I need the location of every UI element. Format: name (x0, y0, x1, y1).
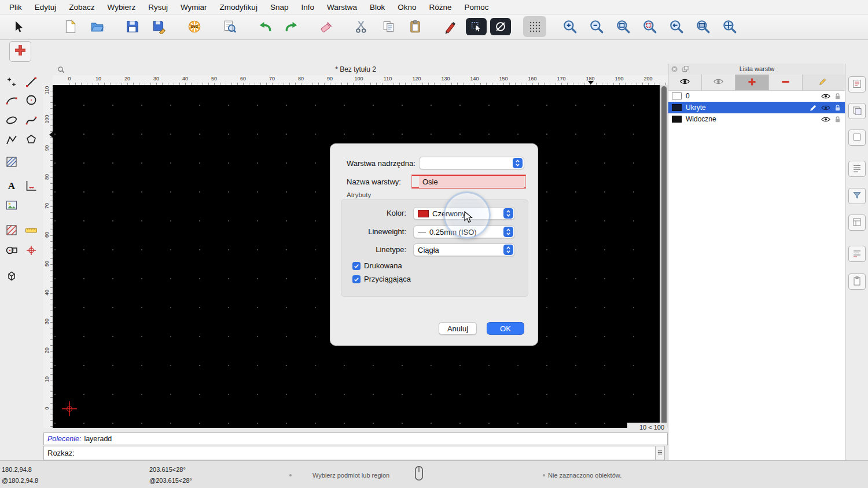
show-all-layers-button[interactable] (668, 75, 702, 90)
auto-zoom-button[interactable] (612, 16, 635, 37)
menu-item[interactable]: Pomoc (465, 3, 489, 12)
menu-item[interactable]: Zmodyfikuj (220, 3, 258, 12)
circle-tool-button[interactable] (23, 93, 39, 109)
menu-item[interactable]: Okno (398, 3, 416, 12)
paste-button[interactable] (404, 16, 427, 37)
fill-tool-button[interactable] (3, 223, 20, 239)
menu-item[interactable]: Rysuj (148, 3, 168, 12)
snap-checkbox[interactable] (352, 275, 361, 283)
grid-icon (528, 20, 542, 34)
menu-item[interactable]: Info (301, 3, 314, 12)
snap-checkbox-label[interactable]: Przyciągająca (364, 275, 411, 284)
selection-mode-button[interactable] (466, 18, 487, 35)
print-checkbox[interactable] (352, 262, 361, 270)
save-as-icon (152, 19, 167, 34)
spline-tool-button[interactable] (23, 113, 39, 129)
layer-lock-icon[interactable] (834, 93, 841, 100)
cut-button[interactable] (351, 16, 374, 37)
layer-row-0[interactable]: 0 (668, 90, 845, 102)
scrollbar-thumb[interactable] (661, 86, 667, 426)
save-as-button[interactable] (148, 16, 171, 37)
command-zone: Polecenie:layeradd Rozkaz: (43, 432, 668, 461)
reference-panel-button[interactable] (848, 273, 866, 290)
cad-tool-palette: A (0, 64, 44, 461)
circle-slash-icon (494, 20, 507, 33)
draft-mode-button[interactable] (490, 18, 511, 35)
shape-tool-button[interactable] (23, 132, 39, 149)
menu-item[interactable]: Snap (270, 3, 289, 12)
dimension-tool-button[interactable] (23, 178, 39, 194)
layer-name-input[interactable]: Osie (419, 176, 524, 188)
erase-button[interactable] (315, 16, 339, 37)
print-preview-button[interactable] (218, 16, 241, 37)
layer-row-ukryte[interactable]: Ukryte (668, 102, 845, 113)
new-file-button[interactable] (59, 16, 82, 37)
property-editor-panel-button[interactable] (848, 76, 866, 93)
document-tab[interactable]: * Bez tytułu 2 (43, 64, 668, 76)
menu-item[interactable]: Plik (9, 3, 22, 12)
image-tool-button[interactable] (3, 198, 20, 214)
menu-item[interactable]: Wybierz (108, 3, 136, 12)
layer-list-panel-button[interactable] (848, 103, 866, 119)
block-list-panel-button[interactable] (848, 130, 866, 146)
menu-item[interactable]: Warstwa (327, 3, 357, 12)
copy-button[interactable] (377, 16, 400, 37)
layer-visibility-icon[interactable] (821, 116, 830, 123)
add-layer-button[interactable] (735, 75, 769, 90)
eye-off-icon (713, 78, 723, 87)
property-pen-button[interactable] (439, 16, 462, 37)
menu-item[interactable]: Zobacz (69, 3, 94, 12)
parent-layer-select[interactable] (419, 157, 524, 169)
layer-visibility-icon[interactable] (821, 105, 830, 111)
pan-button[interactable] (718, 16, 741, 37)
command-input[interactable]: Rozkaz: (43, 446, 658, 460)
point-tool-button[interactable] (3, 75, 20, 91)
ok-button[interactable]: OK (487, 322, 524, 335)
zoom-out-button[interactable] (585, 16, 608, 37)
edit-layer-button[interactable] (813, 75, 833, 90)
cancel-button[interactable]: Anuluj (439, 322, 477, 335)
line-tool-button[interactable] (23, 75, 39, 91)
snap-tool-button[interactable] (23, 243, 39, 259)
undo-button[interactable] (253, 16, 277, 37)
polyline-tool-button[interactable] (3, 132, 20, 149)
zoom-in-button[interactable] (558, 16, 582, 37)
arc-tool-button[interactable] (3, 93, 20, 109)
command-line-panel-button[interactable] (848, 246, 866, 262)
linetype-select[interactable]: Ciągła (413, 243, 515, 256)
measure-tool-button[interactable] (23, 223, 39, 239)
menu-item[interactable]: Wymiar (181, 3, 207, 12)
redo-button[interactable] (280, 16, 303, 37)
layer-lock-icon[interactable] (834, 104, 841, 112)
text-tool-button[interactable]: A (3, 178, 20, 194)
block-tool-button[interactable] (3, 243, 20, 259)
layer-visibility-icon[interactable] (821, 93, 830, 99)
open-file-button[interactable] (86, 16, 109, 37)
vertical-scrollbar[interactable] (660, 85, 668, 428)
layer-lock-icon[interactable] (834, 116, 841, 123)
layer-edit-pencil-icon[interactable] (810, 104, 817, 112)
grid-toggle-button[interactable] (523, 16, 546, 37)
zoom-window-button[interactable] (692, 16, 715, 37)
hide-all-layers-button[interactable] (702, 75, 735, 90)
zoom-redraw-button[interactable] (638, 16, 661, 37)
remove-layer-button[interactable] (769, 75, 803, 90)
command-options-button[interactable] (655, 446, 665, 460)
view-list-panel-button[interactable] (848, 161, 866, 177)
layer-row-widoczne[interactable]: Widoczne (668, 113, 845, 125)
svg-export-button[interactable]: SVG (183, 16, 206, 37)
menu-item[interactable]: Edytuj (35, 3, 57, 12)
library-browser-panel-button[interactable] (848, 215, 866, 231)
ellipse-tool-button[interactable] (3, 113, 20, 129)
hatch-tool-button[interactable] (3, 154, 20, 171)
print-checkbox-label[interactable]: Drukowana (364, 261, 402, 271)
selection-filter-panel-button[interactable] (848, 188, 866, 204)
h-ruler-tick: 190 (615, 76, 623, 82)
previous-view-button[interactable] (665, 16, 688, 37)
save-button[interactable] (121, 16, 144, 37)
menu-item[interactable]: Różne (429, 3, 452, 12)
current-action-button[interactable] (9, 41, 31, 62)
solid-tool-button[interactable] (3, 268, 20, 284)
menu-item[interactable]: Blok (370, 3, 385, 12)
select-tool-button[interactable] (7, 16, 30, 37)
